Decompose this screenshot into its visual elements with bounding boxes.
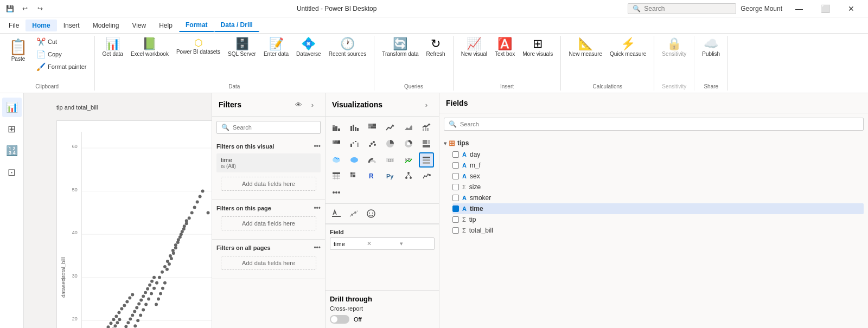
field-dropdown[interactable]: time ✕ ▾ (330, 237, 435, 250)
viz-r-visual[interactable]: R (365, 169, 380, 184)
quick-measure-button[interactable]: ⚡ Quick measure (607, 36, 649, 59)
viz-stacked-bar[interactable] (329, 120, 344, 135)
field-expand-icon[interactable]: ▾ (400, 240, 431, 247)
filter-visibility-toggle[interactable]: 👁 (292, 99, 304, 111)
sex-checkbox[interactable] (452, 173, 459, 179)
power-bi-datasets-button[interactable]: ⬡ Power BI datasets (173, 36, 224, 57)
new-measure-button[interactable]: 📐 New measure (565, 36, 605, 59)
viz-table[interactable] (329, 169, 344, 184)
add-data-all-pages-btn[interactable]: Add data fields here (221, 256, 316, 270)
viz-ai-insights[interactable] (419, 169, 434, 184)
viz-slicer[interactable] (419, 152, 434, 168)
format-painter-button[interactable]: 🖌️ Format painter (33, 61, 90, 73)
viz-pie[interactable] (382, 136, 398, 151)
viz-kpi[interactable]: KPI (401, 152, 416, 168)
viz-area-chart[interactable] (401, 120, 416, 135)
cut-button[interactable]: ✂️ Cut (33, 36, 90, 48)
viz-scatter[interactable] (365, 136, 380, 151)
field-mf[interactable]: A m_f (452, 160, 864, 171)
cross-report-toggle[interactable] (330, 315, 349, 324)
viz-100pct-bar[interactable] (365, 120, 380, 135)
new-visual-button[interactable]: 📈 New visual (458, 36, 490, 59)
transform-data-button[interactable]: 🔄 Transform data (379, 36, 422, 59)
enter-data-button[interactable]: 📝 Enter data (260, 36, 292, 59)
fields-search-input[interactable] (460, 121, 859, 127)
title-search-input[interactable] (644, 5, 720, 12)
undo-button[interactable]: ↩ (20, 3, 30, 14)
menu-home[interactable]: Home (25, 20, 56, 31)
menu-file[interactable]: File (2, 20, 25, 31)
viz-python[interactable]: Py (382, 169, 398, 184)
field-day[interactable]: A day (452, 149, 864, 160)
menu-help[interactable]: Help (152, 20, 179, 31)
filters-search-input[interactable] (233, 124, 316, 131)
analytics-icon[interactable] (346, 206, 361, 221)
filters-on-visual-menu[interactable]: ••• (314, 143, 321, 150)
ai-smiley-icon[interactable] (363, 206, 379, 221)
viz-waterfall[interactable] (347, 136, 362, 151)
redo-button[interactable]: ↪ (35, 3, 46, 14)
minimize-button[interactable]: — (787, 0, 812, 17)
tips-dataset[interactable]: ▾ ⊞ tips (444, 137, 864, 149)
save-button[interactable]: 💾 (4, 3, 15, 14)
menu-insert[interactable]: Insert (57, 20, 86, 31)
field-smoker[interactable]: A smoker (452, 192, 864, 203)
menu-view[interactable]: View (125, 20, 152, 31)
add-data-page-btn[interactable]: Add data fields here (221, 216, 316, 230)
sensitivity-button[interactable]: 🔒 Sensitivity (659, 36, 690, 59)
sql-button[interactable]: 🗄️ SQL Server (225, 36, 259, 59)
viz-donut[interactable] (401, 136, 416, 151)
filters-search-box[interactable]: 🔍 (216, 121, 321, 134)
scatter-chart[interactable]: dataset$total_bill dataset$tip 10 20 30 … (56, 120, 212, 328)
field-size[interactable]: Σ size (452, 182, 864, 192)
menu-data-drill[interactable]: Data / Drill (214, 19, 259, 32)
refresh-button[interactable]: ↻ Refresh (423, 36, 449, 59)
recent-sources-button[interactable]: 🕐 Recent sources (326, 36, 369, 59)
menu-format[interactable]: Format (179, 19, 214, 32)
viz-gauge[interactable] (365, 152, 380, 168)
menu-modeling[interactable]: Modeling (86, 20, 126, 31)
viz-treemap[interactable] (419, 136, 434, 151)
filters-on-all-pages-menu[interactable]: ••• (314, 244, 321, 252)
search-bar[interactable]: 🔍 (628, 3, 736, 14)
size-checkbox[interactable] (452, 184, 459, 190)
viz-more-options[interactable] (329, 185, 344, 200)
fields-search-box[interactable]: 🔍 (444, 118, 864, 131)
smoker-checkbox[interactable] (452, 195, 459, 201)
publish-button[interactable]: ☁️ Publish (699, 36, 723, 59)
field-sex[interactable]: A sex (452, 171, 864, 182)
get-data-button[interactable]: 📊 Get data (99, 36, 126, 59)
copy-button[interactable]: 📄 Copy (33, 48, 90, 60)
filter-expand-icon[interactable]: › (307, 99, 318, 111)
viz-decomp-tree[interactable] (401, 169, 416, 184)
close-button[interactable]: ✕ (839, 0, 864, 17)
sidebar-data-view[interactable]: ⊞ (2, 119, 22, 139)
viz-ribbon[interactable] (329, 136, 344, 151)
add-data-visual-btn[interactable]: Add data fields here (221, 177, 316, 191)
viz-filled-map[interactable] (347, 152, 362, 168)
field-clear-icon[interactable]: ✕ (367, 240, 398, 247)
viz-map[interactable] (329, 152, 344, 168)
maximize-button[interactable]: ⬜ (813, 0, 838, 17)
time-checkbox[interactable] (452, 205, 459, 212)
total-bill-checkbox[interactable] (452, 227, 459, 234)
field-tip[interactable]: Σ tip (452, 214, 864, 225)
more-visuals-button[interactable]: ⊞ More visuals (519, 36, 556, 59)
sidebar-dax-view[interactable]: ⊡ (2, 163, 22, 182)
sidebar-report-view[interactable]: 📊 (2, 98, 22, 117)
viz-expand-icon[interactable]: › (420, 99, 432, 111)
sidebar-model-view[interactable]: 🔢 (2, 141, 22, 160)
viz-matrix[interactable] (347, 169, 362, 184)
text-box-button[interactable]: 🅰️ Text box (492, 36, 518, 59)
dataverse-button[interactable]: 💠 Dataverse (293, 36, 324, 59)
filter-field-time[interactable]: time is (All) (216, 153, 321, 172)
filters-on-page-menu[interactable]: ••• (314, 204, 321, 212)
viz-line-bar[interactable] (419, 120, 434, 135)
paste-button[interactable]: 📋 Paste (4, 36, 32, 64)
field-total-bill[interactable]: Σ total_bill (452, 225, 864, 236)
field-time[interactable]: A time (452, 203, 864, 214)
format-icon[interactable] (329, 206, 344, 221)
day-checkbox[interactable] (452, 151, 459, 158)
tip-checkbox[interactable] (452, 216, 459, 223)
viz-line-chart[interactable] (382, 120, 398, 135)
